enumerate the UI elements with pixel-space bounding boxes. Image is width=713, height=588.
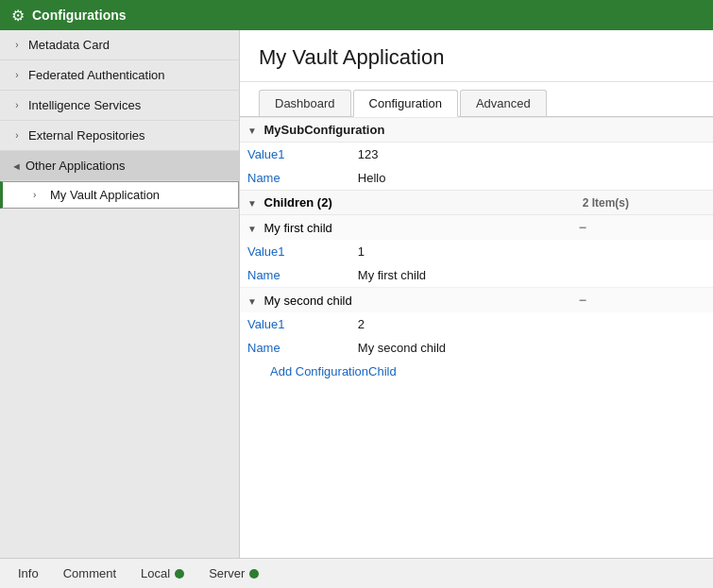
field-value: My second child	[350, 336, 568, 360]
collapse-icon[interactable]: ▼	[247, 126, 257, 136]
field-value: Hello	[350, 166, 568, 191]
collapse-icon[interactable]: ▼	[247, 224, 257, 234]
remove-child-button[interactable]: −	[575, 293, 590, 308]
table-row: Name My second child	[240, 336, 713, 360]
status-comment-label: Comment	[63, 566, 116, 580]
tab-advanced[interactable]: Advanced	[460, 90, 547, 116]
config-table: ▼ MySubConfiguration Value1 123 Name Hel…	[240, 117, 713, 383]
status-tab-local[interactable]: Local	[130, 562, 195, 585]
sidebar-item-external-repos[interactable]: › External Repositories	[0, 121, 239, 151]
child-1-header: ▼ My first child −	[240, 215, 713, 241]
child-2-header: ▼ My second child −	[240, 288, 713, 313]
field-value: 123	[350, 143, 568, 167]
sub-config-section-header: ▼ MySubConfiguration	[240, 118, 713, 143]
sidebar-item-label: Federated Authentication	[28, 68, 165, 82]
tab-configuration[interactable]: Configuration	[353, 90, 458, 117]
sidebar: › Metadata Card › Federated Authenticati…	[0, 30, 240, 558]
children-title: Children (2)	[264, 195, 332, 210]
sidebar-item-intelligence-services[interactable]: › Intelligence Services	[0, 91, 239, 121]
field-name: Name	[240, 336, 350, 360]
page-title: My Vault Application	[259, 45, 694, 70]
child-name: My first child	[264, 221, 332, 235]
config-content: ▼ MySubConfiguration Value1 123 Name Hel…	[240, 117, 713, 558]
sidebar-item-label: Intelligence Services	[28, 98, 141, 112]
field-value: My first child	[350, 263, 568, 288]
main-layout: › Metadata Card › Federated Authenticati…	[0, 30, 713, 558]
sidebar-item-label: External Repositories	[28, 128, 145, 143]
app-header: ⚙ Configurations	[0, 0, 713, 30]
chevron-right-icon: ›	[11, 130, 23, 142]
server-status-dot	[249, 569, 259, 579]
table-row: Value1 123	[240, 143, 713, 167]
chevron-right-icon: ›	[33, 190, 44, 200]
gear-icon: ⚙	[11, 7, 25, 25]
field-name: Name	[240, 166, 350, 191]
status-local-label: Local	[141, 566, 170, 580]
section-title: MySubConfiguration	[264, 123, 385, 137]
status-bar: Info Comment Local Server	[0, 558, 713, 588]
field-value: 1	[350, 240, 568, 263]
field-name: Value1	[240, 143, 350, 167]
remove-child-button[interactable]: −	[575, 220, 590, 235]
sidebar-item-metadata-card[interactable]: › Metadata Card	[0, 30, 239, 60]
sidebar-item-vault-application[interactable]: › My Vault Application	[0, 181, 239, 209]
sidebar-item-federated-auth[interactable]: › Federated Authentication	[0, 60, 239, 91]
sidebar-item-label: Metadata Card	[28, 38, 110, 52]
content-header: My Vault Application	[240, 30, 713, 82]
field-value: 2	[350, 312, 568, 336]
table-row: Name My first child	[240, 263, 713, 288]
status-server-label: Server	[209, 566, 245, 580]
status-info-label: Info	[18, 566, 39, 580]
chevron-right-icon: ›	[11, 70, 23, 81]
pin-icon: ◄	[11, 160, 22, 172]
sidebar-item-label: Other Applications	[25, 159, 126, 173]
local-status-dot	[175, 569, 184, 579]
collapse-icon[interactable]: ▼	[247, 198, 257, 209]
field-name: Name	[240, 263, 350, 288]
sidebar-item-other-applications[interactable]: ◄ Other Applications	[0, 151, 239, 181]
child-name: My second child	[264, 294, 352, 308]
field-name: Value1	[240, 312, 350, 336]
chevron-right-icon: ›	[11, 40, 23, 51]
app-title: Configurations	[32, 8, 127, 23]
field-name: Value1	[240, 240, 350, 263]
children-count: 2 Item(s)	[583, 196, 629, 210]
status-tab-server[interactable]: Server	[198, 562, 269, 585]
chevron-right-icon: ›	[11, 100, 23, 111]
tab-dashboard[interactable]: Dashboard	[259, 90, 351, 116]
status-tab-info[interactable]: Info	[8, 562, 49, 585]
status-tab-comment[interactable]: Comment	[53, 562, 127, 585]
table-row: Value1 1	[240, 240, 713, 263]
sidebar-item-label: My Vault Application	[50, 188, 160, 202]
children-section-header: ▼ Children (2) 2 Item(s)	[240, 191, 713, 215]
collapse-icon[interactable]: ▼	[247, 296, 257, 307]
add-configuration-child-link[interactable]: Add ConfigurationChild	[247, 364, 397, 378]
table-row: Value1 2	[240, 312, 713, 336]
table-row: Name Hello	[240, 166, 713, 191]
add-child-row: Add ConfigurationChild	[240, 360, 713, 383]
content-area: My Vault Application Dashboard Configura…	[240, 30, 713, 558]
tab-bar: Dashboard Configuration Advanced	[240, 82, 713, 117]
